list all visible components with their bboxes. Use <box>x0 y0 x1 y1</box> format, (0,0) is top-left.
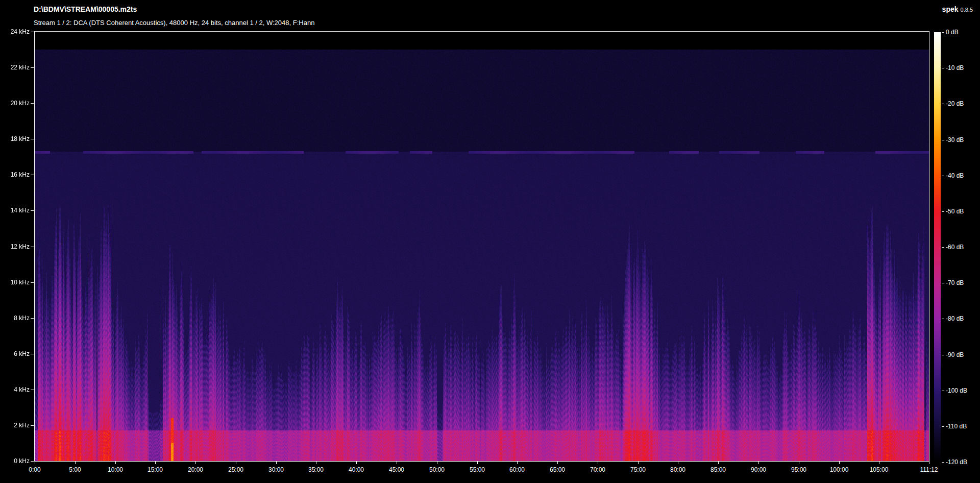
freq-tick-label: 16 kHz <box>0 171 30 179</box>
time-tick-label: 35:00 <box>298 466 334 474</box>
freq-tick <box>31 247 34 247</box>
time-tick-label: 65:00 <box>540 466 575 474</box>
time-tick-label: 50:00 <box>419 466 455 474</box>
db-tick <box>942 176 944 176</box>
freq-tick <box>31 175 34 175</box>
app-name: spek <box>942 5 959 13</box>
time-tick <box>477 462 478 464</box>
freq-tick <box>31 282 34 283</box>
freq-tick-label: 2 kHz <box>0 421 30 429</box>
time-tick-label: 15:00 <box>137 466 173 474</box>
time-tick-label: 0:00 <box>17 466 53 474</box>
time-tick <box>276 462 277 464</box>
time-tick-label: 45:00 <box>379 466 414 474</box>
db-tick-label: -80 dB <box>946 315 964 323</box>
time-tick-label: 105:00 <box>861 466 897 474</box>
db-tick-label: 0 dB <box>946 28 959 36</box>
time-tick <box>678 462 678 464</box>
db-tick <box>942 426 944 427</box>
time-tick-label: 85:00 <box>700 466 736 474</box>
db-tick <box>942 391 944 391</box>
db-tick <box>942 211 944 212</box>
db-tick <box>942 283 944 283</box>
db-tick <box>942 104 944 104</box>
freq-tick <box>31 318 34 319</box>
time-tick <box>316 462 316 464</box>
time-tick <box>517 462 518 464</box>
time-tick <box>356 462 357 464</box>
freq-tick <box>31 67 34 68</box>
freq-tick <box>31 139 34 139</box>
db-tick-label: -110 dB <box>946 422 967 430</box>
db-tick <box>942 68 944 68</box>
time-tick <box>758 462 759 464</box>
freq-tick-label: 8 kHz <box>0 314 30 322</box>
time-tick-label: 70:00 <box>580 466 616 474</box>
freq-tick <box>31 210 34 211</box>
freq-tick <box>31 32 34 32</box>
time-tick-label: 20:00 <box>178 466 213 474</box>
freq-tick <box>31 354 34 354</box>
db-tick-label: -100 dB <box>946 387 967 395</box>
time-tick <box>598 462 598 464</box>
freq-tick-label: 0 kHz <box>0 457 30 465</box>
time-tick <box>437 462 437 464</box>
freq-tick <box>31 103 34 104</box>
time-tick <box>799 462 799 464</box>
time-tick-label: 95:00 <box>781 466 817 474</box>
time-tick <box>155 462 156 464</box>
time-tick <box>557 462 558 464</box>
time-tick-label: 30:00 <box>258 466 294 474</box>
db-tick-label: -40 dB <box>946 172 964 180</box>
db-tick-label: -20 dB <box>946 100 964 108</box>
spectrogram-canvas <box>35 32 929 461</box>
db-tick-label: -120 dB <box>946 458 967 466</box>
freq-tick-label: 4 kHz <box>0 385 30 394</box>
time-tick-label: 90:00 <box>741 466 776 474</box>
time-tick-label: 40:00 <box>338 466 374 474</box>
freq-tick <box>31 461 34 462</box>
spectrogram-plot-frame <box>34 31 929 462</box>
time-tick <box>718 462 719 464</box>
time-tick-label: 100:00 <box>821 466 857 474</box>
time-tick-label: 75:00 <box>620 466 656 474</box>
time-tick-label: 10:00 <box>97 466 133 474</box>
db-tick <box>942 319 944 319</box>
time-tick-label: 111:12 <box>911 466 947 474</box>
db-tick <box>942 355 944 355</box>
freq-tick-label: 6 kHz <box>0 350 30 358</box>
time-tick <box>839 462 840 464</box>
time-tick <box>115 462 116 464</box>
time-tick <box>397 462 397 464</box>
time-tick-label: 60:00 <box>499 466 535 474</box>
time-tick <box>638 462 639 464</box>
db-tick <box>942 247 944 248</box>
db-tick-label: -10 dB <box>946 64 964 72</box>
db-tick-label: -30 dB <box>946 136 964 144</box>
freq-tick-label: 12 kHz <box>0 243 30 251</box>
stream-info-line: Stream 1 / 2: DCA (DTS Coherent Acoustic… <box>34 19 314 27</box>
freq-tick-label: 20 kHz <box>0 99 30 107</box>
freq-tick-label: 14 kHz <box>0 206 30 214</box>
time-tick <box>195 462 196 464</box>
time-tick-label: 80:00 <box>660 466 696 474</box>
db-tick-label: -60 dB <box>946 243 964 251</box>
time-tick-label: 55:00 <box>459 466 495 474</box>
time-tick-label: 5:00 <box>57 466 93 474</box>
time-tick <box>236 462 236 464</box>
freq-tick-label: 10 kHz <box>0 278 30 286</box>
db-tick <box>942 32 944 33</box>
time-tick-label: 25:00 <box>218 466 254 474</box>
freq-tick <box>31 425 34 426</box>
time-tick <box>75 462 76 464</box>
time-tick <box>879 462 879 464</box>
time-tick <box>929 462 929 464</box>
time-tick <box>35 462 35 464</box>
db-tick <box>942 462 944 463</box>
db-tick <box>942 140 944 140</box>
file-path-title: D:\BDMV\STREAM\00005.m2ts <box>34 5 137 13</box>
freq-tick <box>31 390 34 390</box>
freq-tick-label: 18 kHz <box>0 135 30 143</box>
freq-tick-label: 22 kHz <box>0 63 30 71</box>
db-tick-label: -50 dB <box>946 207 964 215</box>
